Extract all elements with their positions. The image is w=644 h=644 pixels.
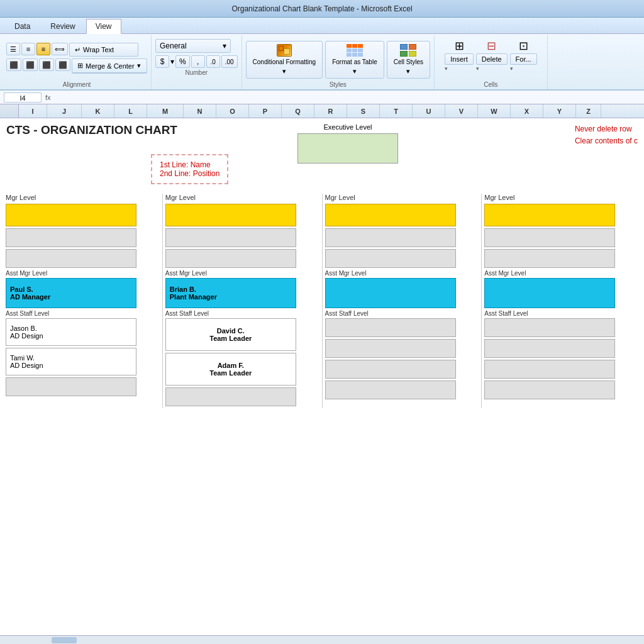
format-table-container: Format as Table ▾ [325,41,384,79]
col2-gray3[interactable] [165,387,296,406]
name-box[interactable]: I4 [4,92,42,103]
col1-tami-box[interactable]: Tami W. AD Design [6,348,136,375]
col-t[interactable]: T [380,104,413,118]
title-bar: Organizational Chart Blank Template - Mi… [0,0,644,18]
col2-gray1[interactable] [165,228,296,247]
percent-btn[interactable]: % [175,55,190,68]
col-w[interactable]: W [478,104,511,118]
col-z[interactable]: Z [576,104,601,118]
col2-brian-pos: Plant Manager [170,293,217,301]
col-q[interactable]: Q [282,104,314,118]
col3-cyan-box[interactable] [325,278,456,308]
col-s[interactable]: S [347,104,380,118]
col-i[interactable]: I [19,104,47,118]
col2-yellow-box[interactable] [165,204,296,226]
tab-review[interactable]: Review [41,19,84,33]
format-btn[interactable]: For... [510,53,537,65]
instruction-box: 1st Line: Name 2nd Line: Position [151,151,228,187]
comma-btn[interactable]: , [191,55,205,68]
align-left-btn[interactable]: ⬛ [6,58,21,71]
col-j[interactable]: J [47,104,82,118]
col3-gray3[interactable] [325,318,456,337]
col3-yellow-box[interactable] [325,204,456,226]
dropdown-arrow-icon: ▾ [223,42,226,50]
col-u[interactable]: U [413,104,445,118]
col1-gray1[interactable] [6,228,136,247]
col2-david-box[interactable]: David C. Team Leader [165,318,296,351]
align-center-btn[interactable]: ⬛ [23,58,38,71]
col3-gray5[interactable] [325,360,456,379]
col-v[interactable]: V [445,104,478,118]
conditional-formatting-btn[interactable]: Conditional Formatting ▾ [246,41,323,79]
tab-data[interactable]: Data [5,19,40,33]
col-r[interactable]: R [314,104,347,118]
align-top-center-btn[interactable]: ≡ [21,43,35,55]
indent-btn[interactable]: ⟺ [52,43,68,55]
col-o[interactable]: O [216,104,249,118]
align-top-left-btn[interactable]: ☰ [6,43,20,55]
styles-group: Conditional Formatting ▾ [242,35,435,89]
col4-gray2[interactable] [484,249,615,268]
col3-gray6[interactable] [325,380,456,399]
col1-gray3[interactable] [6,377,136,396]
col4-cyan-box[interactable] [484,278,615,308]
col4-yellow-box[interactable] [484,204,615,226]
col-n[interactable]: N [184,104,216,118]
col4-gray4[interactable] [484,339,615,358]
format-as-table-btn[interactable]: Format as Table ▾ [325,41,384,79]
col3-gray4[interactable] [325,339,456,358]
col2-david-name: David C. [217,327,245,335]
col3-gray1[interactable] [325,228,456,247]
col1-gray2[interactable] [6,249,136,268]
number-content: General ▾ $ ▾ % , .0 .00 [155,36,238,68]
insert-dropdown[interactable]: ▾ [445,65,474,72]
tab-view[interactable]: View [86,19,121,34]
col-k[interactable]: K [82,104,114,118]
col-p[interactable]: P [249,104,282,118]
exec-level-label: Executive Level [297,123,398,131]
insert-btn[interactable]: Insert [445,53,474,65]
col2-adam-box[interactable]: Adam F. Team Leader [165,353,296,386]
col3-gray2[interactable] [325,249,456,268]
cells-content: ⊞ Insert ▾ ⊟ Delete ▾ ⊡ For... ▾ [445,36,536,80]
increase-decimal-btn[interactable]: .0 [206,55,220,68]
format-dropdown[interactable]: ▾ [510,65,537,72]
col-y[interactable]: Y [543,104,576,118]
merge-center-btn[interactable]: ⊞ Merge & Center ▾ [72,58,147,74]
decrease-decimal-btn[interactable]: .00 [221,55,238,68]
delete-col: ⊟ Delete ▾ [476,39,508,72]
col4-gray6[interactable] [484,380,615,399]
number-format-dropdown[interactable]: General ▾ [155,39,231,53]
horizontal-scrollbar[interactable] [0,635,644,644]
col2-gray2[interactable] [165,249,296,268]
instruction-line1: 1st Line: Name [160,160,219,169]
format-col: ⊡ For... ▾ [510,39,537,72]
org-chart-title: CTS - ORGANIZATION CHART [6,123,177,137]
delete-btn[interactable]: Delete [476,53,508,65]
col-m[interactable]: M [147,104,184,118]
dollar-btn[interactable]: $ [155,55,169,68]
merge-dropdown-arrow[interactable]: ▾ [137,62,141,70]
scrollbar-thumb[interactable] [52,637,77,643]
decrease-indent-btn[interactable]: ⬛ [55,58,70,71]
col4-gray5[interactable] [484,360,615,379]
col2-brian-box[interactable]: Brian B. Plant Manager [165,278,296,308]
cell-styles-btn[interactable]: Cell Styles ▾ [387,41,430,79]
col1-paul-box[interactable]: Paul S. AD Manager [6,278,136,308]
fmt-table-arrow: ▾ [353,67,357,75]
cond-fmt-container: Conditional Formatting ▾ [246,41,323,79]
col4-gray1[interactable] [484,228,615,247]
delete-dropdown[interactable]: ▾ [476,65,508,72]
col1-yellow-box[interactable] [6,204,136,226]
col-x[interactable]: X [511,104,543,118]
alignment-label: Alignment [63,81,91,88]
alignment-content: ☰ ≡ ≡ ⟺ ↵ Wrap Text ⬛ ⬛ ⬛ ⬛ ⊞ [6,36,147,80]
col4-gray3[interactable] [484,318,615,337]
align-top-right-btn[interactable]: ≡ [36,43,50,55]
wrap-text-btn[interactable]: ↵ Wrap Text [69,43,138,57]
formula-input[interactable] [55,92,640,103]
exec-section: Executive Level [297,123,398,164]
col-l[interactable]: L [114,104,147,118]
col1-jason-box[interactable]: Jason B. AD Design [6,318,136,346]
align-right-btn[interactable]: ⬛ [39,58,54,71]
